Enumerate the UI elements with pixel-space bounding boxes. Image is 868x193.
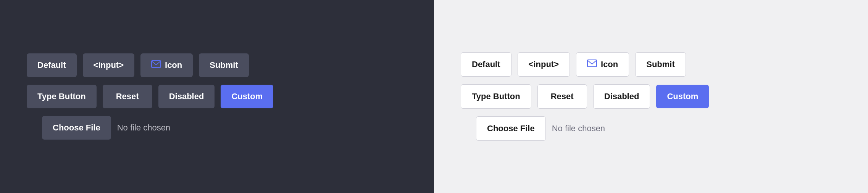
dark-panel: Default <input> Icon Submit Type Button … [0, 0, 434, 193]
dark-file-row: Choose File No file chosen [27, 116, 170, 140]
dark-disabled-label: Disabled [169, 92, 204, 101]
dark-submit-label: Submit [210, 60, 238, 70]
dark-icon-button[interactable]: Icon [140, 53, 193, 77]
dark-typebutton-button[interactable]: Type Button [27, 85, 97, 108]
dark-icon-label: Icon [165, 60, 182, 70]
light-no-file-text: No file chosen [552, 124, 605, 133]
light-default-button[interactable]: Default [461, 52, 511, 77]
dark-no-file-text: No file chosen [117, 123, 170, 133]
light-default-label: Default [472, 60, 500, 69]
light-row-1: Default <input> Icon Submit [461, 52, 686, 77]
envelope-icon-light [587, 60, 597, 69]
dark-custom-button[interactable]: Custom [221, 85, 273, 108]
light-disabled-label: Disabled [604, 92, 639, 101]
light-choose-file-button[interactable]: Choose File [476, 116, 546, 141]
light-row-2: Type Button Reset Disabled Custom [461, 84, 709, 109]
light-disabled-button[interactable]: Disabled [593, 84, 650, 109]
light-submit-button[interactable]: Submit [635, 52, 686, 77]
light-reset-button[interactable]: Reset [537, 84, 587, 109]
dark-row-1: Default <input> Icon Submit [27, 53, 249, 77]
dark-row-2: Type Button Reset Disabled Custom [27, 85, 273, 108]
light-custom-label: Custom [667, 92, 698, 101]
light-file-row: Choose File No file chosen [461, 116, 605, 141]
dark-reset-label: Reset [116, 92, 139, 101]
dark-default-label: Default [37, 60, 66, 70]
light-input-label: <input> [529, 60, 559, 69]
light-typebutton-label: Type Button [472, 92, 520, 101]
dark-custom-label: Custom [231, 92, 263, 101]
light-custom-button[interactable]: Custom [656, 85, 709, 108]
dark-reset-button[interactable]: Reset [103, 85, 152, 108]
light-submit-label: Submit [646, 60, 675, 69]
light-input-button[interactable]: <input> [518, 52, 570, 77]
light-choose-file-label: Choose File [487, 124, 535, 133]
envelope-icon [151, 60, 161, 70]
dark-typebutton-label: Type Button [37, 92, 86, 101]
dark-input-button[interactable]: <input> [83, 53, 134, 77]
dark-choose-file-label: Choose File [53, 123, 100, 132]
dark-input-label: <input> [94, 60, 124, 70]
light-reset-label: Reset [551, 92, 574, 101]
dark-disabled-button[interactable]: Disabled [158, 85, 215, 108]
light-icon-button[interactable]: Icon [576, 52, 629, 77]
light-icon-label: Icon [601, 60, 618, 69]
dark-submit-button[interactable]: Submit [199, 53, 249, 77]
light-typebutton-button[interactable]: Type Button [461, 84, 531, 109]
dark-default-button[interactable]: Default [27, 53, 77, 77]
light-panel: Default <input> Icon Submit Type Button … [434, 0, 868, 193]
dark-choose-file-button[interactable]: Choose File [42, 116, 111, 140]
